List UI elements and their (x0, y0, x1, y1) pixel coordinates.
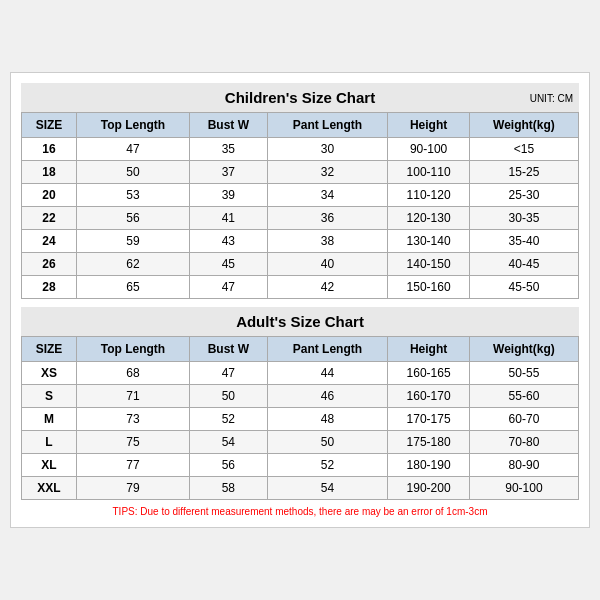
unit-label-children: UNIT: CM (530, 92, 573, 103)
adult-section: Adult's Size Chart SIZE Top Length Bust … (21, 307, 579, 500)
col-bust-w-adult: Bust W (190, 337, 268, 362)
data-cell: 39 (190, 184, 268, 207)
col-size-adult: SIZE (22, 337, 77, 362)
children-section-title: Children's Size Chart UNIT: CM (21, 83, 579, 112)
data-cell: 30-35 (469, 207, 578, 230)
data-cell: 25-30 (469, 184, 578, 207)
data-cell: 160-170 (388, 385, 470, 408)
size-cell: M (22, 408, 77, 431)
adult-title-text: Adult's Size Chart (236, 313, 364, 330)
data-cell: 175-180 (388, 431, 470, 454)
data-cell: 35 (190, 138, 268, 161)
data-cell: 47 (190, 362, 268, 385)
table-row: XL775652180-19080-90 (22, 454, 579, 477)
size-cell: L (22, 431, 77, 454)
data-cell: <15 (469, 138, 578, 161)
data-cell: 32 (267, 161, 388, 184)
data-cell: 71 (76, 385, 189, 408)
data-cell: 46 (267, 385, 388, 408)
data-cell: 73 (76, 408, 189, 431)
data-cell: 120-130 (388, 207, 470, 230)
data-cell: 90-100 (388, 138, 470, 161)
data-cell: 79 (76, 477, 189, 500)
col-height-adult: Height (388, 337, 470, 362)
data-cell: 38 (267, 230, 388, 253)
data-cell: 150-160 (388, 276, 470, 299)
table-row: XS684744160-16550-55 (22, 362, 579, 385)
data-cell: 56 (190, 454, 268, 477)
data-cell: 59 (76, 230, 189, 253)
data-cell: 60-70 (469, 408, 578, 431)
children-size-table: SIZE Top Length Bust W Pant Length Heigh… (21, 112, 579, 299)
size-cell: XL (22, 454, 77, 477)
data-cell: 180-190 (388, 454, 470, 477)
table-row: 1647353090-100<15 (22, 138, 579, 161)
adult-section-title: Adult's Size Chart (21, 307, 579, 336)
children-table-body: 1647353090-100<1518503732100-11015-25205… (22, 138, 579, 299)
data-cell: 52 (190, 408, 268, 431)
data-cell: 55-60 (469, 385, 578, 408)
data-cell: 130-140 (388, 230, 470, 253)
data-cell: 54 (267, 477, 388, 500)
size-cell: S (22, 385, 77, 408)
table-row: L755450175-18070-80 (22, 431, 579, 454)
data-cell: 170-175 (388, 408, 470, 431)
table-row: 24594338130-14035-40 (22, 230, 579, 253)
data-cell: 45-50 (469, 276, 578, 299)
col-weight-adult: Weight(kg) (469, 337, 578, 362)
data-cell: 35-40 (469, 230, 578, 253)
data-cell: 42 (267, 276, 388, 299)
data-cell: 34 (267, 184, 388, 207)
data-cell: 110-120 (388, 184, 470, 207)
data-cell: 15-25 (469, 161, 578, 184)
data-cell: 45 (190, 253, 268, 276)
data-cell: 48 (267, 408, 388, 431)
data-cell: 40-45 (469, 253, 578, 276)
data-cell: 65 (76, 276, 189, 299)
table-row: 26624540140-15040-45 (22, 253, 579, 276)
data-cell: 90-100 (469, 477, 578, 500)
data-cell: 30 (267, 138, 388, 161)
children-header-row: SIZE Top Length Bust W Pant Length Heigh… (22, 113, 579, 138)
data-cell: 54 (190, 431, 268, 454)
data-cell: 36 (267, 207, 388, 230)
data-cell: 160-165 (388, 362, 470, 385)
data-cell: 53 (76, 184, 189, 207)
data-cell: 68 (76, 362, 189, 385)
data-cell: 47 (76, 138, 189, 161)
table-row: 18503732100-11015-25 (22, 161, 579, 184)
size-cell: 18 (22, 161, 77, 184)
table-row: M735248170-17560-70 (22, 408, 579, 431)
data-cell: 41 (190, 207, 268, 230)
chart-container: Children's Size Chart UNIT: CM SIZE Top … (10, 72, 590, 528)
data-cell: 56 (76, 207, 189, 230)
data-cell: 50 (267, 431, 388, 454)
data-cell: 58 (190, 477, 268, 500)
data-cell: 190-200 (388, 477, 470, 500)
data-cell: 100-110 (388, 161, 470, 184)
col-top-length-adult: Top Length (76, 337, 189, 362)
size-cell: XXL (22, 477, 77, 500)
data-cell: 40 (267, 253, 388, 276)
data-cell: 77 (76, 454, 189, 477)
size-cell: 24 (22, 230, 77, 253)
size-cell: 16 (22, 138, 77, 161)
data-cell: 62 (76, 253, 189, 276)
col-height-children: Height (388, 113, 470, 138)
col-pant-length-adult: Pant Length (267, 337, 388, 362)
size-cell: 28 (22, 276, 77, 299)
size-cell: 22 (22, 207, 77, 230)
data-cell: 80-90 (469, 454, 578, 477)
size-cell: 26 (22, 253, 77, 276)
adult-table-body: XS684744160-16550-55S715046160-17055-60M… (22, 362, 579, 500)
children-title-text: Children's Size Chart (225, 89, 375, 106)
data-cell: 75 (76, 431, 189, 454)
data-cell: 140-150 (388, 253, 470, 276)
table-row: 22564136120-13030-35 (22, 207, 579, 230)
size-cell: 20 (22, 184, 77, 207)
tips-text: TIPS: Due to different measurement metho… (21, 506, 579, 517)
col-weight-children: Weight(kg) (469, 113, 578, 138)
table-row: 28654742150-16045-50 (22, 276, 579, 299)
col-top-length-children: Top Length (76, 113, 189, 138)
data-cell: 52 (267, 454, 388, 477)
